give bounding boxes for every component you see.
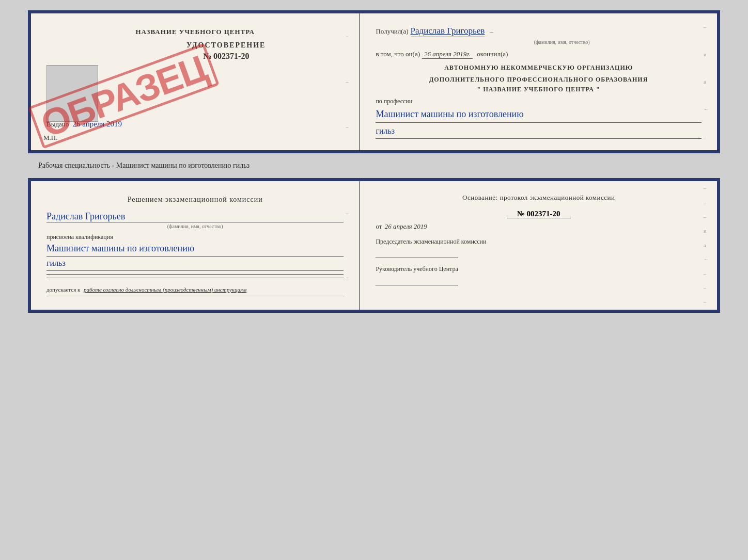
protocol-number-block: № 002371-20 (376, 209, 702, 218)
qual-underline4 (46, 278, 344, 278)
qual-underline2 (46, 270, 344, 271)
cert-title: УДОСТОВЕРЕНИЕ (186, 41, 266, 50)
допускается-underline (46, 296, 344, 296)
osnov-label: Основание: протокол экзаменационной коми… (376, 194, 702, 202)
poluchil-label: Получил(а) (376, 27, 408, 36)
okonchil-label: окончил(а) (477, 50, 508, 58)
bottom-right-side-deco: – – – и а ← – – – (704, 181, 714, 310)
profession-underline (376, 122, 702, 123)
protocol-number: № 002371-20 (507, 210, 571, 218)
qual-underline3 (46, 274, 344, 275)
bottom-left-side-deco: – – (346, 181, 356, 310)
date-label: от (376, 222, 382, 230)
bottom-name: Радислав Григорьев (46, 211, 344, 222)
qual-underline (46, 256, 344, 257)
photo-placeholder (46, 65, 98, 122)
prisvoena-label: присвоена квалификация (46, 233, 344, 241)
top-document: НАЗВАНИЕ УЧЕБНОГО ЦЕНТРА ОБРАЗЕЦ УДОСТОВ… (28, 10, 720, 153)
допускается-value: работе согласно должностным (производств… (84, 286, 246, 293)
poluchil-row: Получил(а) Радислав Григорьев – (376, 26, 702, 37)
between-label: Рабочая специальность - Машинист машины … (38, 162, 250, 170)
school-name-header: НАЗВАНИЕ УЧЕБНОГО ЦЕНТРА (46, 28, 344, 36)
vtom-label: в том, что он(а) (376, 50, 420, 58)
cert-number: № 002371-20 (203, 52, 249, 61)
dash-separator: – (490, 28, 493, 36)
bottom-fio-note: (фамилия, имя, отчество) (46, 223, 344, 229)
right-side-deco: – и а ← – (704, 13, 714, 150)
bottom-doc-right: Основание: протокол экзаменационной коми… (360, 181, 717, 310)
rukovoditel-block: Руководитель учебного Центра (376, 265, 702, 285)
rukovoditel-sig-line (376, 275, 458, 285)
vtom-date: 26 апреля 2019г. (422, 50, 473, 59)
rukovoditel-label: Руководитель учебного Центра (376, 265, 702, 273)
predsedatel-label: Председатель экзаменационной комиссии (376, 238, 702, 246)
protocol-date-row: от 26 апреля 2019 (376, 222, 702, 231)
poluchil-value: Радислав Григорьев (411, 26, 485, 37)
side-decorations-left: – – – (346, 13, 356, 150)
org-line2: ДОПОЛНИТЕЛЬНОГО ПРОФЕССИОНАЛЬНОГО ОБРАЗО… (376, 76, 702, 84)
допускается-block: допускается к работе согласно должностны… (46, 286, 344, 293)
org-line1: АВТОНОМНУЮ НЕКОММЕРЧЕСКУЮ ОРГАНИЗАЦИЮ (376, 64, 702, 72)
mp-label: М.П. (43, 134, 57, 142)
bottom-document: Решением экзаменационной комиссии Радисл… (28, 178, 720, 313)
допускается-prefix: допускается к (46, 286, 80, 293)
bottom-doc-left: Решением экзаменационной комиссии Радисл… (31, 181, 360, 310)
qual-line2: гильз (46, 258, 344, 269)
po-professii-label: по профессии (376, 98, 702, 105)
top-doc-left: НАЗВАНИЕ УЧЕБНОГО ЦЕНТРА ОБРАЗЕЦ УДОСТОВ… (31, 13, 360, 150)
top-doc-right: Получил(а) Радислав Григорьев – (фамилия… (360, 13, 717, 150)
profession-underline2 (376, 138, 702, 139)
profession-line1: Машинист машины по изготовлению (376, 107, 702, 121)
profession-line2: гильз (376, 125, 702, 137)
qual-line1: Машинист машины по изготовлению (46, 242, 344, 255)
fio-note: (фамилия, имя, отчество) (422, 39, 702, 45)
decision-label: Решением экзаменационной комиссии (46, 196, 344, 204)
predsedatel-sig-line (376, 248, 458, 258)
vtom-row: в том, что он(а) 26 апреля 2019г. окончи… (376, 50, 702, 59)
org-block: АВТОНОМНУЮ НЕКОММЕРЧЕСКУЮ ОРГАНИЗАЦИЮ ДО… (376, 64, 702, 93)
org-line3: " НАЗВАНИЕ УЧЕБНОГО ЦЕНТРА " (376, 86, 702, 93)
predsedatel-block: Председатель экзаменационной комиссии (376, 238, 702, 258)
protocol-date: 26 апреля 2019 (385, 222, 427, 230)
cert-center: УДОСТОВЕРЕНИЕ № 002371-20 (108, 41, 344, 63)
